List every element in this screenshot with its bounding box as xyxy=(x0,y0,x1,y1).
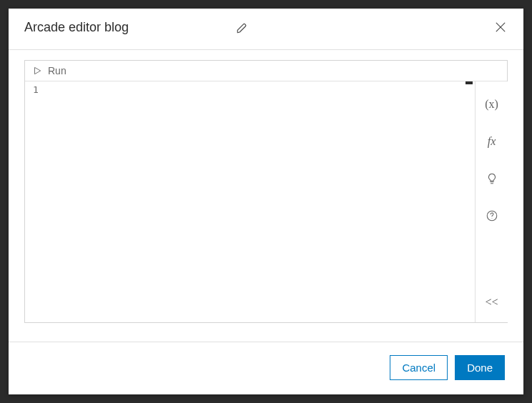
modal-title: Arcade editor blog xyxy=(24,20,129,35)
cursor-marker xyxy=(466,81,473,84)
code-area[interactable]: 1 (x) fx xyxy=(25,81,507,322)
variables-icon: (x) xyxy=(485,98,498,111)
modal-body: Run 1 (x) fx xyxy=(9,50,523,342)
modal-header: Arcade editor blog xyxy=(9,9,523,50)
play-icon xyxy=(32,66,42,76)
line-number: 1 xyxy=(25,84,46,95)
modal-footer: Cancel Done xyxy=(9,342,523,394)
arcade-editor-modal: Arcade editor blog xyxy=(9,9,523,394)
svg-point-4 xyxy=(491,218,492,219)
editor-frame: Run 1 (x) fx xyxy=(24,60,508,323)
fx-icon: fx xyxy=(488,135,496,148)
variables-button[interactable]: (x) xyxy=(483,96,501,113)
functions-button[interactable]: fx xyxy=(483,133,501,150)
run-button[interactable]: Run xyxy=(25,61,507,81)
close-button[interactable] xyxy=(493,20,508,34)
line-gutter: 1 xyxy=(25,81,46,322)
side-tool-panel: (x) fx xyxy=(475,81,508,322)
svg-marker-2 xyxy=(35,67,41,74)
chevron-double-left-icon: << xyxy=(485,296,498,309)
cancel-button[interactable]: Cancel xyxy=(390,355,448,380)
lightbulb-icon xyxy=(486,172,498,185)
help-icon xyxy=(486,209,498,222)
code-text[interactable] xyxy=(46,81,507,322)
run-label: Run xyxy=(48,65,66,76)
help-button[interactable] xyxy=(483,207,501,224)
done-button[interactable]: Done xyxy=(455,355,505,380)
suggestions-button[interactable] xyxy=(483,170,501,187)
edit-title-button[interactable] xyxy=(236,21,249,34)
pencil-icon xyxy=(236,21,249,34)
collapse-panel-button[interactable]: << xyxy=(483,294,501,311)
close-icon xyxy=(493,20,508,34)
